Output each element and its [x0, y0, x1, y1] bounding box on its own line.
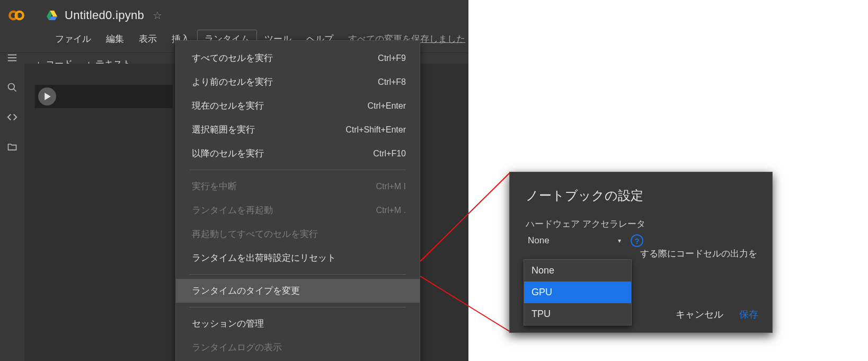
dialog-title: ノートブックの設定	[526, 187, 756, 204]
select-value: None	[528, 235, 550, 246]
hardware-accelerator-label: ハードウェア アクセラレータ	[526, 218, 756, 230]
menu-run-selection[interactable]: 選択範囲を実行 Ctrl+Shift+Enter	[176, 118, 420, 142]
menu-separator	[190, 170, 406, 170]
code-cell[interactable]	[35, 85, 173, 108]
menu-edit[interactable]: 編集	[99, 30, 131, 48]
menu-run-current[interactable]: 現在のセルを実行 Ctrl+Enter	[176, 94, 420, 118]
svg-rect-3	[8, 57, 17, 58]
colab-logo-icon	[5, 4, 28, 27]
menu-runtime-logs: ランタイムログの表示	[176, 336, 420, 359]
dialog-hint-text: する際にコードセルの出力を	[640, 248, 757, 260]
chevron-down-icon: ▾	[618, 237, 621, 244]
menu-factory-reset[interactable]: ランタイムを出荷時設定にリセット	[176, 246, 420, 270]
menu-item-shortcut: Ctrl+Enter	[368, 101, 406, 111]
menu-item-shortcut: Ctrl+M .	[376, 206, 406, 215]
menu-item-shortcut: Ctrl+M I	[376, 182, 406, 191]
menu-item-label: 以降のセルを実行	[192, 147, 264, 160]
menu-item-label: より前のセルを実行	[192, 76, 273, 88]
menu-item-label: 実行を中断	[192, 180, 237, 192]
menu-run-after[interactable]: 以降のセルを実行 Ctrl+F10	[176, 142, 420, 165]
runtime-dropdown-menu: すべてのセルを実行 Ctrl+F9 より前のセルを実行 Ctrl+F8 現在のセ…	[175, 40, 420, 361]
menu-item-label: すべてのセルを実行	[192, 52, 273, 64]
menu-item-shortcut: Ctrl+F10	[373, 149, 406, 159]
menu-file[interactable]: ファイル	[48, 30, 99, 48]
accelerator-dropdown-list: None GPU TPU	[524, 259, 632, 325]
search-icon[interactable]	[6, 82, 18, 93]
menu-separator	[190, 274, 406, 275]
document-title[interactable]: Untitled0.ipynb	[65, 8, 144, 22]
menu-item-label: ランタイムのタイプを変更	[192, 285, 300, 297]
svg-point-5	[8, 84, 15, 90]
left-sidebar	[0, 42, 24, 360]
menu-item-shortcut: Ctrl+F9	[378, 54, 406, 63]
accelerator-option-gpu[interactable]: GPU	[524, 281, 631, 303]
menu-item-shortcut: Ctrl+Shift+Enter	[346, 125, 406, 135]
topbar: Untitled0.ipynb ☆	[0, 0, 468, 27]
menu-item-label: 選択範囲を実行	[192, 124, 255, 136]
svg-marker-7	[45, 93, 51, 100]
colab-window: Untitled0.ipynb ☆ ファイル 編集 表示 挿入 ランタイム ツー…	[0, 0, 468, 361]
menu-item-label: ランタイムログの表示	[192, 341, 282, 354]
menu-run-before[interactable]: より前のセルを実行 Ctrl+F8	[176, 70, 420, 94]
menu-run-all[interactable]: すべてのセルを実行 Ctrl+F9	[176, 46, 420, 70]
svg-point-1	[16, 12, 23, 19]
toc-icon[interactable]	[6, 52, 18, 64]
menu-item-label: セッションの管理	[192, 318, 264, 330]
save-button[interactable]: 保存	[739, 308, 758, 321]
star-icon[interactable]: ☆	[153, 9, 162, 22]
accelerator-option-tpu[interactable]: TPU	[524, 303, 631, 325]
menu-item-label: ランタイムを再起動	[192, 204, 273, 216]
svg-rect-2	[8, 55, 17, 56]
menu-restart: ランタイムを再起動 Ctrl+M .	[176, 198, 420, 222]
drive-icon	[46, 8, 59, 22]
notebook-settings-dialog: ノートブックの設定 ハードウェア アクセラレータ None ▾ ? する際にコー…	[509, 172, 773, 333]
menu-restart-run-all: 再起動してすべてのセルを実行	[176, 222, 420, 246]
menu-separator	[190, 307, 406, 307]
run-cell-button[interactable]	[38, 87, 56, 105]
help-icon[interactable]: ?	[631, 234, 643, 247]
menu-change-runtime-type[interactable]: ランタイムのタイプを変更	[176, 279, 420, 303]
hardware-accelerator-select[interactable]: None ▾	[526, 233, 623, 248]
menu-view[interactable]: 表示	[131, 30, 164, 48]
accelerator-option-none[interactable]: None	[524, 260, 631, 281]
menu-item-label: 現在のセルを実行	[192, 100, 264, 112]
files-icon[interactable]	[6, 141, 18, 153]
menu-item-label: 再起動してすべてのセルを実行	[192, 228, 318, 240]
menu-interrupt: 実行を中断 Ctrl+M I	[176, 174, 420, 198]
cancel-button[interactable]: キャンセル	[676, 308, 723, 321]
menu-item-label: ランタイムを出荷時設定にリセット	[192, 252, 336, 264]
svg-line-6	[14, 89, 16, 92]
svg-rect-4	[8, 60, 17, 61]
menu-item-shortcut: Ctrl+F8	[378, 77, 406, 87]
code-snippets-icon[interactable]	[6, 111, 18, 123]
menu-manage-sessions[interactable]: セッションの管理	[176, 312, 420, 336]
